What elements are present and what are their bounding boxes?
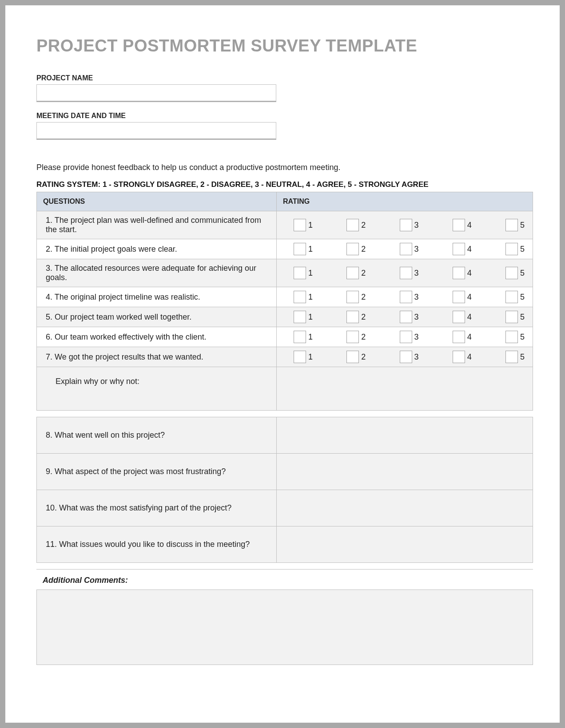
rating-option: 4 [453,291,473,303]
rating-number: 2 [361,269,367,278]
rating-number: 4 [467,332,473,342]
rating-number: 2 [361,313,367,322]
explain-answer-cell[interactable] [277,367,533,411]
meeting-date-label: MEETING DATE AND TIME [36,112,533,120]
rating-option: 4 [453,243,473,255]
rating-number: 4 [467,293,473,302]
rating-option: 2 [346,243,367,255]
page-title: PROJECT POSTMORTEM SURVEY TEMPLATE [36,36,533,55]
rating-checkbox-5[interactable] [505,243,518,255]
rating-number: 3 [414,352,421,362]
rating-number: 5 [520,352,526,362]
rating-option: 3 [400,267,421,279]
rating-option: 3 [400,243,421,255]
rating-checkbox-1[interactable] [294,291,306,303]
rating-checkbox-5[interactable] [505,311,518,323]
open-questions-table: 8. What went well on this project?9. Wha… [36,417,533,563]
rating-checkbox-2[interactable] [346,243,359,255]
rating-number: 4 [467,352,473,362]
rating-checkbox-4[interactable] [453,291,465,303]
additional-comments-input[interactable] [36,590,533,665]
rating-checkbox-4[interactable] [453,267,465,279]
rating-checkbox-5[interactable] [505,351,518,363]
rating-cell: 12345 [277,307,533,327]
rating-checkbox-1[interactable] [294,267,306,279]
rating-checkbox-1[interactable] [294,331,306,343]
rating-number: 5 [520,293,526,302]
rating-number: 2 [361,221,367,230]
rating-checkbox-3[interactable] [400,219,412,231]
rating-option: 2 [346,219,367,231]
open-question-text: 11. What issues would you like to discus… [37,526,277,563]
rating-option: 3 [400,291,421,303]
rating-number: 2 [361,332,367,342]
rating-checkbox-1[interactable] [294,219,306,231]
additional-comments-label: Additional Comments: [36,569,533,590]
project-name-input[interactable] [36,84,276,102]
rating-number: 4 [467,313,473,322]
rating-option: 1 [294,243,314,255]
rating-option: 1 [294,331,314,343]
intro-text: Please provide honest feedback to help u… [36,163,533,172]
rating-checkbox-3[interactable] [400,311,412,323]
rating-number: 3 [414,269,421,278]
rating-checkbox-4[interactable] [453,219,465,231]
rating-checkbox-3[interactable] [400,351,412,363]
meeting-date-input[interactable] [36,122,276,140]
question-text: 1. The project plan was well-defined and… [37,211,277,239]
rating-checkbox-3[interactable] [400,291,412,303]
rating-cell: 12345 [277,327,533,347]
rating-option: 2 [346,267,367,279]
rating-number: 1 [308,221,314,230]
rating-number: 1 [308,269,314,278]
open-answer-cell[interactable] [277,526,533,563]
rating-legend: RATING SYSTEM: 1 - STRONGLY DISAGREE, 2 … [36,180,533,189]
question-text: 2. The initial project goals were clear. [37,239,277,259]
rating-number: 1 [308,332,314,342]
rating-checkbox-5[interactable] [505,291,518,303]
rating-checkbox-4[interactable] [453,243,465,255]
rating-number: 3 [414,313,421,322]
rating-option: 2 [346,331,367,343]
table-row: 6. Our team worked effectively with the … [37,327,533,347]
survey-table: QUESTIONS RATING 1. The project plan was… [36,192,533,411]
rating-checkbox-1[interactable] [294,351,306,363]
table-row: 5. Our project team worked well together… [37,307,533,327]
rating-checkbox-2[interactable] [346,219,359,231]
rating-checkbox-3[interactable] [400,243,412,255]
rating-checkbox-5[interactable] [505,267,518,279]
question-text: 4. The original project timeline was rea… [37,287,277,307]
rating-checkbox-1[interactable] [294,243,306,255]
open-answer-cell[interactable] [277,454,533,490]
rating-checkbox-2[interactable] [346,351,359,363]
rating-checkbox-3[interactable] [400,331,412,343]
rating-checkbox-5[interactable] [505,219,518,231]
rating-number: 3 [414,332,421,342]
question-text: 5. Our project team worked well together… [37,307,277,327]
rating-option: 5 [505,267,526,279]
header-questions: QUESTIONS [37,192,277,211]
rating-checkbox-2[interactable] [346,311,359,323]
rating-number: 4 [467,221,473,230]
rating-checkbox-1[interactable] [294,311,306,323]
rating-option: 1 [294,291,314,303]
rating-checkbox-5[interactable] [505,331,518,343]
rating-option: 3 [400,311,421,323]
rating-checkbox-2[interactable] [346,267,359,279]
rating-number: 4 [467,269,473,278]
rating-option: 2 [346,311,367,323]
rating-checkbox-2[interactable] [346,331,359,343]
question-text: 7. We got the project results that we wa… [37,347,277,367]
open-question-text: 10. What was the most satisfying part of… [37,490,277,526]
rating-checkbox-3[interactable] [400,267,412,279]
rating-checkbox-4[interactable] [453,311,465,323]
open-answer-cell[interactable] [277,417,533,454]
open-answer-cell[interactable] [277,490,533,526]
rating-checkbox-4[interactable] [453,331,465,343]
table-row: 3. The allocated resources were adequate… [37,259,533,287]
rating-number: 1 [308,313,314,322]
rating-checkbox-4[interactable] [453,351,465,363]
rating-option: 1 [294,219,314,231]
table-row: 4. The original project timeline was rea… [37,287,533,307]
rating-checkbox-2[interactable] [346,291,359,303]
